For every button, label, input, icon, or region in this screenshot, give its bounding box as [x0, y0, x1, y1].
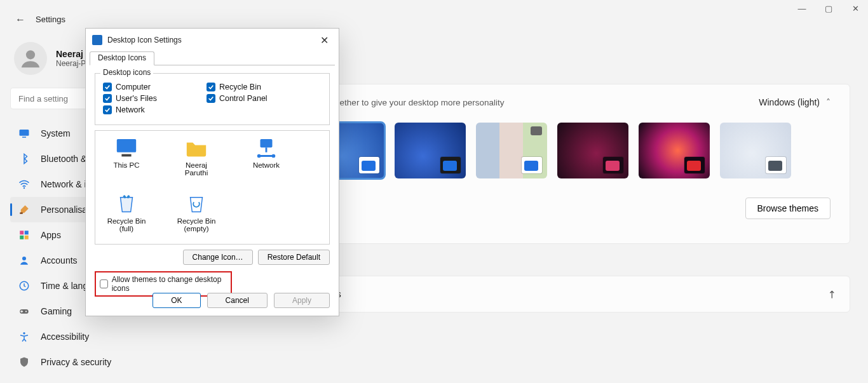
checkmark-icon: [103, 105, 112, 114]
svg-point-19: [257, 154, 261, 158]
app-title: Settings: [36, 15, 65, 24]
icon-network[interactable]: Network: [244, 137, 288, 179]
svg-point-9: [22, 257, 26, 260]
svg-rect-4: [20, 213, 23, 214]
gamepad-icon: [18, 305, 31, 318]
user-subline: Neeraj-P: [56, 59, 86, 68]
desktop-icons-group: Desktop icons Computer User's Files Netw…: [95, 73, 330, 125]
close-button[interactable]: ✕: [849, 4, 862, 13]
sidebar-item-accessibility[interactable]: Accessibility: [10, 324, 196, 349]
sidebar-item-label: Gaming: [41, 306, 72, 316]
theme-tile-7[interactable]: [720, 123, 791, 178]
sidebar-item-label: Apps: [41, 230, 61, 240]
svg-rect-1: [20, 130, 29, 136]
svg-rect-17: [121, 154, 131, 156]
icon-recycle-empty[interactable]: Recycle Bin (empty): [174, 193, 219, 235]
current-theme-label: Windows (light): [759, 97, 820, 107]
sidebar-item-label: Personalisat: [41, 205, 90, 215]
user-name: Neeraj: [56, 49, 86, 59]
recycle-empty-icon: [184, 193, 208, 215]
dialog-title: Desktop Icon Settings: [107, 36, 182, 44]
desktop-icon-settings-dialog: Desktop Icon Settings ✕ Desktop Icons De…: [85, 28, 339, 316]
browse-themes-button[interactable]: Browse themes: [745, 198, 831, 219]
checkmark-icon: [103, 83, 112, 91]
window-controls: — ▢ ✕: [796, 4, 862, 13]
clock-icon: [18, 279, 31, 292]
svg-rect-16: [117, 139, 136, 152]
apps-icon: [18, 229, 31, 241]
allow-themes-label: Allow themes to change desktop icons: [112, 275, 227, 293]
maximize-button[interactable]: ▢: [822, 4, 835, 13]
ok-button[interactable]: OK: [153, 293, 200, 308]
theme-tile-4[interactable]: [476, 123, 547, 178]
sidebar-item-privacy[interactable]: Privacy & security: [10, 349, 196, 375]
restore-default-button[interactable]: Restore Default: [258, 250, 330, 265]
icon-recycle-full[interactable]: Recycle Bin (full): [104, 193, 149, 235]
pc-icon: [114, 137, 139, 159]
wifi-icon: [18, 178, 31, 191]
sidebar-item-label: Network & i: [41, 179, 86, 189]
sidebar-item-label: System: [41, 128, 71, 138]
display-icon: [18, 127, 31, 140]
sidebar-item-label: Time & lang: [41, 281, 88, 291]
avatar: [14, 42, 47, 75]
theme-tile-5[interactable]: [557, 123, 628, 178]
open-external-icon: ↗: [824, 287, 839, 302]
sidebar-item-label: Accounts: [41, 255, 78, 265]
svg-point-13: [23, 332, 25, 334]
dialog-close-button[interactable]: ✕: [316, 34, 332, 46]
themes-expand[interactable]: Windows (light) ˄: [759, 97, 831, 107]
change-icon-button[interactable]: Change Icon…: [183, 250, 253, 265]
svg-rect-2: [22, 137, 26, 138]
sidebar-item-label: Bluetooth &: [41, 154, 86, 164]
icon-user-folder[interactable]: Neeraj Paruthi: [174, 137, 219, 179]
checkbox-users-files[interactable]: User's Files: [103, 94, 157, 103]
shield-icon: [18, 356, 31, 368]
checkmark-icon: [207, 83, 215, 91]
group-legend: Desktop icons: [100, 68, 153, 77]
camera-icon: [531, 126, 542, 135]
checkbox-network[interactable]: Network: [103, 105, 157, 114]
sidebar-item-label: Privacy & security: [41, 357, 111, 367]
dialog-app-icon: [92, 35, 102, 45]
checkmark-icon: [207, 94, 215, 103]
checkbox-unchecked-icon: [100, 279, 108, 288]
checkmark-icon: [103, 94, 112, 103]
checkbox-recycle-bin[interactable]: Recycle Bin: [207, 83, 268, 91]
svg-rect-18: [261, 139, 273, 147]
cancel-button[interactable]: Cancel: [207, 293, 268, 308]
back-arrow-icon[interactable]: ←: [15, 14, 25, 25]
bluetooth-icon: [18, 152, 31, 165]
svg-point-12: [25, 311, 27, 312]
checkbox-computer[interactable]: Computer: [103, 83, 157, 91]
svg-point-3: [24, 187, 25, 189]
chevron-up-icon: ˄: [826, 97, 831, 107]
folder-icon: [184, 137, 208, 159]
theme-tile-6[interactable]: [639, 123, 710, 178]
person-icon: [18, 254, 31, 267]
svg-rect-8: [25, 236, 29, 239]
svg-rect-5: [20, 231, 24, 234]
accessibility-icon: [18, 330, 31, 343]
network-icon: [254, 137, 278, 159]
svg-point-20: [272, 154, 276, 158]
minimize-button[interactable]: —: [796, 4, 808, 13]
svg-rect-6: [25, 231, 29, 234]
apply-button[interactable]: Apply: [274, 293, 330, 308]
recycle-full-icon: [114, 193, 139, 215]
tab-desktop-icons[interactable]: Desktop Icons: [90, 51, 154, 65]
theme-tile-3[interactable]: [395, 123, 466, 178]
sidebar-item-label: Accessibility: [41, 332, 89, 342]
icon-this-pc[interactable]: This PC: [104, 137, 149, 179]
checkbox-control-panel[interactable]: Control Panel: [207, 94, 268, 103]
icon-preview-grid: This PC Neeraj Paruthi Network Recycle B…: [95, 130, 330, 245]
svg-point-0: [26, 50, 35, 59]
brush-icon: [18, 203, 31, 216]
svg-rect-7: [20, 236, 24, 239]
